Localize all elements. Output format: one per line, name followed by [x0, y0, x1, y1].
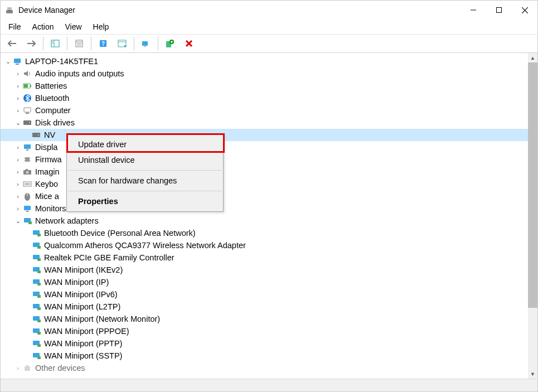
category-audio[interactable]: › Audio inputs and outputs — [1, 67, 528, 80]
device-tree[interactable]: ⌄ LAPTOP-14K5TFE1 › Audio inputs and out… — [1, 53, 528, 379]
expand-icon[interactable]: › — [14, 192, 22, 200]
expand-icon[interactable]: › — [14, 143, 22, 151]
svg-rect-1 — [7, 7, 12, 10]
network-adapter-item[interactable]: WAN Miniport (PPTP) — [1, 337, 528, 350]
category-other-devices[interactable]: › Other devices — [1, 362, 528, 374]
tree-label: WAN Miniport (IKEv2) — [44, 264, 123, 276]
ctx-update-driver[interactable]: Update driver — [67, 137, 223, 152]
bluetooth-icon — [23, 94, 32, 103]
svg-rect-27 — [16, 64, 19, 65]
ctx-separator — [68, 170, 222, 171]
network-adapter-item[interactable]: WAN Miniport (IKEv2) — [1, 264, 528, 276]
tree-label: Disk drives — [35, 117, 75, 129]
action-button[interactable] — [114, 35, 130, 52]
keyboard-icon — [23, 180, 32, 188]
tree-label: Monitors — [35, 202, 66, 215]
expand-icon[interactable]: › — [14, 364, 22, 372]
svg-rect-39 — [26, 149, 28, 151]
expand-icon[interactable]: › — [14, 180, 22, 188]
network-adapter-item[interactable]: WAN Miniport (Network Monitor) — [1, 313, 528, 325]
expand-icon[interactable]: › — [14, 156, 22, 163]
network-adapter-item[interactable]: WAN Miniport (SSTP) — [1, 350, 528, 362]
help-button[interactable]: ? — [95, 35, 112, 52]
network-adapter-item[interactable]: Bluetooth Device (Personal Area Network) — [1, 227, 528, 239]
maximize-button[interactable] — [486, 1, 512, 20]
svg-rect-21 — [144, 46, 146, 47]
forward-button[interactable] — [23, 35, 40, 52]
scroll-thumb[interactable] — [528, 62, 537, 308]
expand-icon[interactable]: › — [14, 70, 22, 78]
tree-label: Audio inputs and outputs — [35, 67, 124, 80]
tree-label: WAN Miniport (L2TP) — [44, 301, 120, 313]
show-hide-console-tree-button[interactable] — [47, 35, 64, 52]
network-adapter-item[interactable]: WAN Miniport (IPv6) — [1, 288, 528, 301]
ctx-uninstall-device[interactable]: Uninstall device — [67, 152, 223, 168]
ctx-properties[interactable]: Properties — [67, 193, 223, 209]
expand-icon[interactable]: › — [14, 82, 22, 90]
category-disk-drives[interactable]: ⌄ Disk drives — [1, 117, 528, 129]
network-adapter-item[interactable]: WAN Miniport (PPPOE) — [1, 325, 528, 337]
tree-label: Keybo — [35, 178, 58, 190]
menu-view[interactable]: View — [59, 21, 87, 32]
battery-icon — [23, 81, 32, 90]
tree-label: Qualcomm Atheros QCA9377 Wireless Networ… — [44, 239, 246, 251]
collapse-icon[interactable]: ⌄ — [4, 57, 12, 65]
svg-rect-20 — [142, 41, 148, 46]
uninstall-device-button[interactable] — [181, 35, 197, 52]
svg-rect-62 — [37, 258, 41, 261]
vertical-scrollbar[interactable]: ▲ ▼ — [528, 53, 537, 379]
svg-point-37 — [38, 134, 39, 135]
collapse-icon[interactable]: ⌄ — [14, 217, 22, 225]
expand-icon[interactable]: › — [14, 168, 22, 176]
tree-label: Firmwa — [35, 153, 62, 166]
computer-icon — [13, 57, 22, 66]
expand-icon[interactable]: › — [14, 205, 22, 212]
tree-root[interactable]: ⌄ LAPTOP-14K5TFE1 — [1, 55, 528, 67]
svg-rect-32 — [24, 108, 31, 112]
network-adapter-item[interactable]: WAN Miniport (L2TP) — [1, 301, 528, 313]
minimize-button[interactable] — [461, 1, 486, 20]
tree-label: WAN Miniport (SSTP) — [44, 350, 122, 362]
category-batteries[interactable]: › Batteries — [1, 80, 528, 92]
tree-label: Computer — [35, 104, 71, 117]
network-adapter-icon — [32, 339, 41, 348]
network-adapter-icon — [32, 278, 41, 287]
ctx-separator — [68, 191, 222, 191]
svg-rect-78 — [37, 356, 41, 359]
scroll-down-button[interactable]: ▼ — [528, 369, 537, 379]
app-icon — [5, 6, 14, 14]
network-adapter-icon — [32, 327, 41, 336]
network-adapter-item[interactable]: Qualcomm Atheros QCA9377 Wireless Networ… — [1, 239, 528, 251]
category-bluetooth[interactable]: › Bluetooth — [1, 92, 528, 104]
scroll-up-button[interactable]: ▲ — [528, 53, 537, 62]
network-adapter-icon — [32, 302, 41, 311]
svg-rect-33 — [26, 113, 29, 114]
menu-help[interactable]: Help — [88, 21, 115, 32]
tree-label: Imagin — [35, 166, 60, 178]
scan-hardware-button[interactable] — [138, 35, 154, 52]
properties-button[interactable] — [71, 35, 88, 52]
menu-bar: File Action View Help — [1, 20, 537, 35]
svg-rect-72 — [37, 320, 41, 322]
tree-label: WAN Miniport (IP) — [44, 276, 109, 288]
back-button[interactable] — [4, 35, 21, 52]
disk-icon — [23, 118, 32, 127]
category-network-adapters[interactable]: ⌄ Network adapters — [1, 215, 528, 227]
ctx-scan-hardware[interactable]: Scan for hardware changes — [67, 173, 223, 188]
expand-icon[interactable]: › — [14, 94, 22, 102]
add-legacy-hardware-button[interactable] — [162, 35, 178, 52]
toolbar: ? — [1, 35, 537, 53]
menu-action[interactable]: Action — [27, 21, 60, 32]
category-computer[interactable]: › Computer — [1, 104, 528, 117]
svg-rect-53 — [24, 206, 31, 210]
network-adapter-item[interactable]: Realtek PCIe GBE Family Controller — [1, 251, 528, 264]
menu-file[interactable]: File — [3, 21, 27, 32]
collapse-icon[interactable]: ⌄ — [14, 119, 22, 127]
expand-icon[interactable]: › — [14, 107, 22, 114]
audio-icon — [23, 69, 32, 78]
network-adapter-item[interactable]: WAN Miniport (IP) — [1, 276, 528, 288]
close-button[interactable] — [512, 1, 537, 20]
svg-rect-48 — [23, 182, 31, 186]
svg-rect-2 — [8, 11, 11, 11]
tree-label: NV — [44, 129, 55, 141]
